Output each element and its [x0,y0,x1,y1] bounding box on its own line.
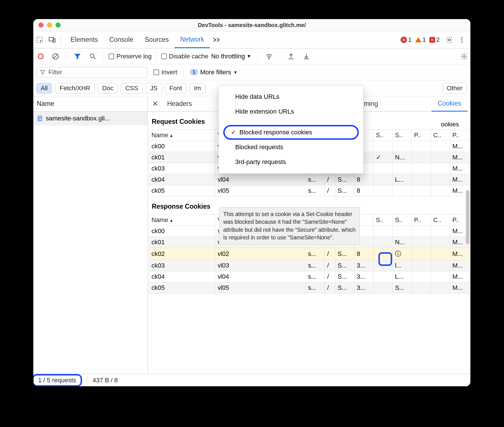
filter-input[interactable]: Filter [36,67,147,78]
warning-count: 1 [423,36,426,44]
titlebar: DevTools - samesite-sandbox.glitch.me/ [33,19,470,31]
request-count: 1 / 5 requests [33,374,82,387]
blocked-cookie-tooltip: This attempt to set a cookie via a Set-C… [219,207,360,245]
dd-hide-data-urls[interactable]: Hide data URLs [219,89,363,104]
network-toolbar: Preserve log Disable cache No throttling… [33,48,470,64]
kebab-menu-icon[interactable] [456,34,468,46]
svg-point-9 [269,58,269,59]
error-count: 1 [408,36,411,44]
record-button[interactable] [35,51,46,62]
filter-font[interactable]: Font [165,83,187,94]
close-details-button[interactable]: ✕ [149,99,161,108]
table-row[interactable]: ck02vl02s.../S...8ⓘM... [149,248,469,260]
tab-network[interactable]: Network [175,31,210,48]
filter-xhr[interactable]: Fetch/XHR [55,83,95,94]
divider [156,52,157,61]
filter-img[interactable]: Im [189,83,205,94]
filter-funnel-icon[interactable] [71,50,84,63]
svg-point-8 [90,54,94,58]
request-name: samesite-sandbox.gli... [46,115,110,122]
traffic-lights [33,22,61,28]
import-har-icon[interactable] [285,50,297,63]
col-name[interactable]: Name▲ [149,215,215,226]
col-s1[interactable]: S.. [373,215,392,226]
funnel-icon [40,69,46,75]
col-c[interactable]: C.. [431,130,450,141]
divider [104,52,104,61]
col-secure[interactable]: S.. [393,130,412,141]
dd-blocked-requests[interactable]: Blocked requests [219,140,363,155]
svg-point-4 [461,37,462,38]
settings-gear-icon[interactable] [443,34,456,46]
devtools-window: DevTools - samesite-sandbox.glitch.me/ E… [33,19,470,386]
throttling-select[interactable]: No throttling▼ [211,53,253,60]
table-row[interactable]: ck05vl05s.../S...8M... [149,185,469,196]
more-filters-dropdown: Hide data URLs Hide extension URLs ✓ Blo… [218,85,364,174]
filter-row: Filter Invert 1 More filters ▼ [33,64,470,80]
device-toggle-icon[interactable] [46,34,58,46]
invert-checkbox[interactable]: Invert [153,69,177,76]
document-icon [37,115,43,122]
divider [66,52,67,61]
table-row[interactable]: ck05vl05s.../S...3...S...M... [149,282,469,293]
show-filtered-label: ookies [441,121,459,128]
svg-point-6 [461,41,462,42]
col-p[interactable]: P.. [412,130,431,141]
warning-icon [415,37,421,42]
check-icon: ✓ [231,129,236,136]
divider [258,52,258,61]
dd-blocked-response-cookies[interactable]: ✓ Blocked response cookies [223,125,359,140]
inspect-icon[interactable] [33,34,46,46]
tab-cookies[interactable]: Cookies [431,97,468,112]
dd-third-party-requests[interactable]: 3rd-party requests [219,155,363,169]
export-har-icon[interactable] [300,50,313,63]
table-row[interactable]: ck04vl04s.../S...8L...M... [149,174,469,185]
request-list: Name samesite-sandbox.gli... [33,96,148,374]
main-toolbar: Elements Console Sources Network ✕1 1 ✕2 [33,31,470,48]
col-name[interactable]: Name▲ [149,130,215,141]
status-bar: 1 / 5 requests 437 B / 8 [33,374,470,386]
svg-point-3 [448,39,450,41]
col-http[interactable]: S.. [373,130,392,141]
col-pr[interactable]: P.. [450,130,469,141]
issue-counter[interactable]: ✕2 [429,36,440,44]
svg-point-5 [461,39,462,40]
col-p[interactable]: P.. [412,215,431,226]
scrollbar-thumb[interactable] [466,190,470,244]
filter-other[interactable]: Other [442,83,467,94]
minimize-window-button[interactable] [47,22,52,28]
zoom-window-button[interactable] [56,22,61,28]
col-s2[interactable]: S.. [393,215,412,226]
tab-sources[interactable]: Sources [139,31,174,48]
disable-cache-checkbox[interactable]: Disable cache [161,53,208,60]
more-filters-button[interactable]: 1 More filters ▼ [190,69,237,76]
close-window-button[interactable] [38,22,44,28]
search-icon[interactable] [87,50,99,63]
tab-headers[interactable]: Headers [161,96,198,111]
filter-js[interactable]: JS [146,83,162,94]
preserve-log-checkbox[interactable]: Preserve log [108,53,152,60]
filter-all[interactable]: All [36,83,52,94]
table-row[interactable]: ck04vl04s.../S...3...L...M... [149,271,469,282]
col-c[interactable]: C.. [431,215,450,226]
tab-elements[interactable]: Elements [65,31,104,48]
table-row[interactable]: ck03vl03s.../S...3...l...M... [149,260,469,271]
divider [219,122,363,122]
name-column-header[interactable]: Name [33,96,147,112]
tab-console[interactable]: Console [104,31,139,48]
svg-point-10 [463,55,465,57]
dd-hide-extension-urls[interactable]: Hide extension URLs [219,104,363,119]
divider [183,68,184,77]
network-conditions-icon[interactable] [263,50,275,63]
warning-counter[interactable]: 1 [415,36,426,44]
divider [87,376,87,384]
clear-button[interactable] [49,50,62,63]
request-row[interactable]: samesite-sandbox.gli... [33,112,147,125]
filter-css[interactable]: CSS [121,83,143,94]
divider [280,52,280,61]
main-tabs: Elements Console Sources Network [65,31,224,48]
more-tabs-button[interactable] [210,31,224,48]
network-settings-icon[interactable] [458,50,470,63]
error-counter[interactable]: ✕1 [401,36,411,44]
filter-doc[interactable]: Doc [98,83,118,94]
